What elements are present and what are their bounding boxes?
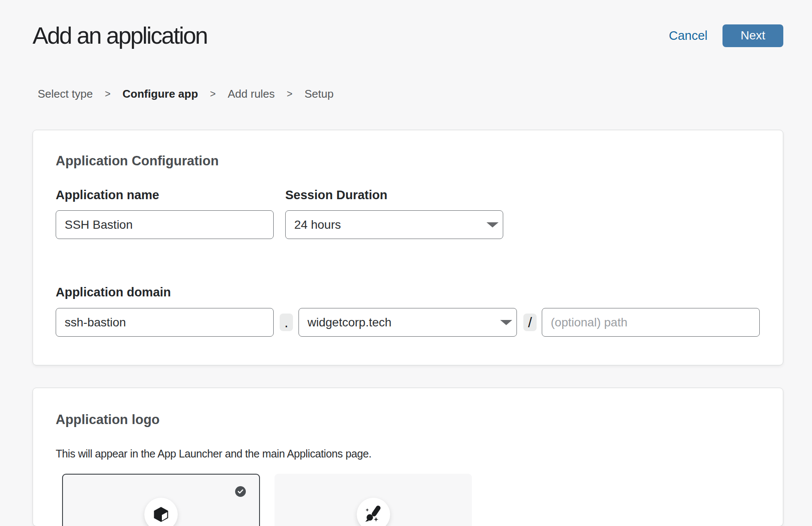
step-select-type[interactable]: Select type: [38, 87, 93, 101]
page-header: Add an application Cancel Next: [0, 0, 812, 49]
step-setup[interactable]: Setup: [304, 87, 334, 101]
step-separator: >: [105, 88, 110, 100]
application-logo-card: Application logo This will appear in the…: [33, 388, 783, 526]
session-duration-select[interactable]: 24 hours: [285, 210, 503, 239]
application-name-label: Application name: [56, 188, 274, 202]
cube-icon: [153, 507, 169, 522]
application-configuration-card: Application Configuration Application na…: [33, 130, 783, 365]
header-actions: Cancel Next: [669, 24, 783, 47]
path-input[interactable]: (optional) path: [542, 308, 760, 337]
paintbrush-icon: [364, 503, 383, 523]
selected-check-icon: [235, 486, 246, 497]
subdomain-input[interactable]: ssh-bastion: [56, 308, 274, 337]
next-button[interactable]: Next: [722, 24, 783, 47]
default-logo-tile[interactable]: [62, 474, 260, 526]
session-duration-label: Session Duration: [285, 188, 503, 202]
application-name-input[interactable]: SSH Bastion: [56, 210, 274, 239]
step-add-rules[interactable]: Add rules: [228, 87, 275, 101]
application-logo-description: This will appear in the App Launcher and…: [56, 448, 760, 460]
step-separator: >: [210, 88, 215, 100]
breadcrumb: Select type > Configure app > Add rules …: [38, 87, 812, 101]
domain-dot-separator: .: [280, 314, 293, 331]
custom-logo-tile[interactable]: [275, 474, 472, 526]
domain-zone-select[interactable]: widgetcorp.tech: [299, 308, 517, 337]
custom-logo-icon-circle: [357, 498, 390, 526]
application-logo-title: Application logo: [56, 412, 760, 427]
domain-slash-separator: /: [523, 314, 537, 331]
default-logo-icon-circle: [144, 498, 178, 526]
application-configuration-title: Application Configuration: [56, 153, 760, 169]
step-configure-app[interactable]: Configure app: [122, 87, 198, 101]
step-separator: >: [287, 88, 293, 100]
cancel-button[interactable]: Cancel: [669, 29, 708, 43]
application-name-field: Application name SSH Bastion: [56, 188, 274, 239]
check-mark: [238, 489, 243, 494]
chevron-down-icon: [487, 222, 499, 227]
page-title: Add an application: [33, 22, 207, 49]
chevron-down-icon: [500, 320, 512, 325]
application-domain-label: Application domain: [56, 285, 760, 299]
session-duration-field: Session Duration 24 hours: [285, 188, 503, 239]
